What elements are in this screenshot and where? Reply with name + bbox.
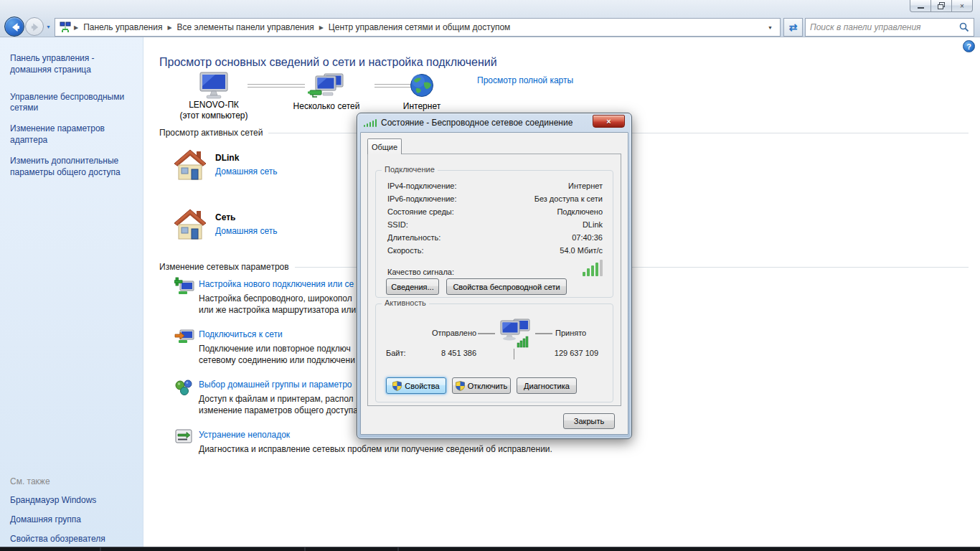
page-title: Просмотр основных сведений о сети и наст… bbox=[159, 56, 497, 69]
sidebar-item-homegroup[interactable]: Домашняя группа bbox=[10, 514, 133, 526]
signal-quality-bars-icon bbox=[583, 260, 603, 276]
close-button[interactable]: × bbox=[951, 0, 973, 12]
bytes-label: Байт: bbox=[386, 349, 406, 357]
map-node-sublabel: (этот компьютер) bbox=[164, 110, 264, 121]
home-network-icon bbox=[173, 148, 207, 181]
sidebar-item-internet-options[interactable]: Свойства обозревателя bbox=[10, 534, 133, 545]
sidebar-item-adapter-settings[interactable]: Изменение параметров адаптера bbox=[10, 123, 133, 146]
flow-line bbox=[535, 333, 552, 334]
task-description: Настройка беспроводного, широкопол bbox=[199, 293, 352, 303]
breadcrumb-separator: ▶ bbox=[316, 24, 326, 31]
sidebar: Панель управления - домашняя страница Уп… bbox=[0, 37, 143, 547]
signal-bars-icon bbox=[364, 119, 377, 127]
view-full-map-link[interactable]: Просмотр полной карты bbox=[477, 75, 573, 85]
maximize-button[interactable] bbox=[930, 0, 952, 12]
connection-buttons: Сведения... Свойства беспроводной сети bbox=[386, 278, 567, 295]
activity-flow: Отправлено bbox=[376, 320, 613, 350]
task-description: Подключение или повторное подключ bbox=[199, 344, 351, 354]
multiple-networks-icon[interactable] bbox=[307, 72, 344, 100]
ipv6-row: IPv6-подключение: Без доступа к сети bbox=[376, 192, 613, 205]
search-icon bbox=[959, 22, 969, 32]
new-connection-icon bbox=[174, 277, 194, 296]
home-network-icon bbox=[173, 207, 207, 240]
network-name: DLink bbox=[215, 153, 239, 163]
details-button[interactable]: Сведения... bbox=[386, 278, 439, 295]
map-node-label: LENOVO-ПК bbox=[164, 100, 264, 110]
taskbar-edge[interactable] bbox=[0, 547, 980, 551]
ipv4-row: IPv4-подключение: Интернет bbox=[376, 179, 613, 192]
recent-pages-dropdown[interactable]: ▼ bbox=[46, 24, 51, 29]
network-type-link[interactable]: Домашняя сеть bbox=[215, 166, 277, 176]
tab-general[interactable]: Общие bbox=[367, 138, 402, 154]
network-icon bbox=[60, 22, 71, 33]
dialog-body: Общие Подключение IPv4-подключение: Инте… bbox=[360, 132, 628, 435]
task-description: изменение параметров общего доступа bbox=[199, 405, 358, 415]
caption-buttons: × bbox=[910, 0, 973, 12]
troubleshoot-link[interactable]: Устранение неполадок bbox=[199, 430, 290, 440]
forward-arrow-icon bbox=[26, 18, 44, 37]
duration-row: Длительность: 07:40:36 bbox=[376, 231, 613, 244]
dialog-title: Состояние - Беспроводное сетевое соедине… bbox=[381, 118, 573, 128]
network-sharing-center-window: × ▼ ▶ Панель управления ▶ Все элементы п… bbox=[0, 0, 980, 551]
address-dropdown-icon[interactable]: ▼ bbox=[763, 25, 777, 30]
activity-group-label: Активность bbox=[382, 298, 429, 307]
setup-new-connection-link[interactable]: Настройка нового подключения или се bbox=[199, 279, 354, 289]
signal-quality-row: Качество сигнала: bbox=[387, 260, 603, 276]
back-button[interactable] bbox=[4, 17, 24, 37]
activity-buttons: Свойства Отключить Диагностика bbox=[386, 377, 577, 394]
homegroup-options-link[interactable]: Выбор домашней группы и параметро bbox=[199, 380, 352, 390]
activity-group: Активность Отправлено bbox=[375, 303, 613, 402]
see-also-section: См. также Брандмауэр Windows Домашняя гр… bbox=[10, 476, 136, 551]
connection-group: Подключение IPv4-подключение: Интернет I… bbox=[375, 170, 613, 298]
task-description: Доступ к файлам и принтерам, распол bbox=[199, 394, 354, 404]
network-type-link[interactable]: Домашняя сеть bbox=[215, 226, 277, 236]
sidebar-item-control-panel-home[interactable]: Панель управления - домашняя страница bbox=[10, 53, 133, 76]
search-box[interactable] bbox=[805, 18, 974, 37]
media-state-row: Состояние среды: Подключено bbox=[376, 205, 613, 218]
sent-label: Отправлено bbox=[432, 329, 476, 337]
map-node-label: Несколько сетей bbox=[276, 101, 377, 111]
sidebar-item-windows-firewall[interactable]: Брандмауэр Windows bbox=[10, 495, 133, 507]
restore-icon bbox=[938, 2, 945, 9]
address-bar[interactable]: ▶ Панель управления ▶ Все элементы панел… bbox=[55, 18, 781, 37]
forward-button[interactable] bbox=[25, 17, 44, 36]
activity-computers-icon bbox=[498, 317, 531, 349]
minimize-button[interactable] bbox=[910, 0, 931, 12]
internet-globe-icon[interactable] bbox=[410, 73, 434, 98]
tab-page: Подключение IPv4-подключение: Интернет I… bbox=[367, 154, 621, 406]
received-label: Принято bbox=[555, 329, 586, 337]
bytes-received-value: 129 637 109 bbox=[541, 349, 598, 357]
refresh-button[interactable]: ⇄ bbox=[783, 18, 803, 37]
ssid-row: SSID: DLink bbox=[376, 218, 613, 231]
map-node-label: Интернет bbox=[372, 101, 472, 111]
this-computer-icon[interactable] bbox=[197, 72, 230, 99]
disconnect-button[interactable]: Отключить bbox=[452, 377, 511, 394]
speed-row: Скорость: 54.0 Мбит/с bbox=[376, 244, 613, 257]
flow-line bbox=[478, 333, 495, 334]
help-button[interactable]: ? bbox=[963, 40, 975, 52]
close-dialog-button[interactable]: Закрыть bbox=[563, 413, 615, 429]
sidebar-item-advanced-sharing[interactable]: Изменить дополнительные параметры общего… bbox=[10, 156, 133, 179]
see-also-header: См. также bbox=[10, 476, 136, 486]
troubleshoot-icon bbox=[174, 428, 194, 446]
dialog-titlebar: Состояние - Беспроводное сетевое соедине… bbox=[357, 113, 631, 132]
breadcrumb-network-center[interactable]: Центр управления сетями и общим доступом bbox=[326, 22, 513, 32]
breadcrumb-separator: ▶ bbox=[164, 24, 174, 31]
search-input[interactable] bbox=[810, 22, 959, 32]
breadcrumb-control-panel[interactable]: Панель управления bbox=[81, 22, 164, 32]
properties-button[interactable]: Свойства bbox=[386, 377, 446, 394]
dialog-close-button[interactable]: × bbox=[593, 115, 625, 128]
diagnose-button[interactable]: Диагностика bbox=[517, 377, 577, 394]
uac-shield-icon bbox=[392, 381, 402, 391]
breadcrumb-all-items[interactable]: Все элементы панели управления bbox=[175, 22, 316, 32]
uac-shield-icon bbox=[456, 381, 465, 391]
sidebar-item-manage-wireless[interactable]: Управление беспроводными сетями bbox=[10, 92, 133, 115]
wireless-properties-button[interactable]: Свойства беспроводной сети bbox=[446, 278, 567, 295]
map-connector bbox=[248, 84, 305, 88]
bytes-sent-value: 8 451 386 bbox=[415, 349, 476, 357]
task-description: Диагностика и исправление сетевых пробле… bbox=[199, 444, 552, 454]
connect-to-network-link[interactable]: Подключиться к сети bbox=[199, 329, 283, 339]
network-name: Сеть bbox=[215, 212, 235, 222]
connection-rows: IPv4-подключение: Интернет IPv6-подключе… bbox=[376, 179, 613, 257]
back-arrow-icon bbox=[5, 17, 25, 37]
